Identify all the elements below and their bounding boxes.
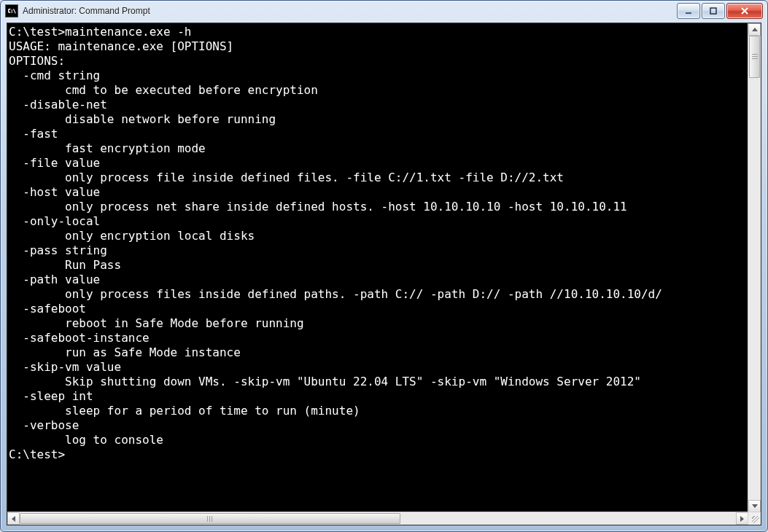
console-line: -only-local <box>9 214 761 229</box>
horizontal-scroll-thumb[interactable] <box>20 513 400 524</box>
console-line: -file value <box>9 156 761 171</box>
console-line: -verbose <box>9 418 761 433</box>
minimize-button[interactable] <box>677 3 700 19</box>
console-line: -skip-vm value <box>9 360 761 375</box>
console-line: -sleep int <box>9 389 761 404</box>
close-button[interactable] <box>726 3 763 19</box>
console-line: only process file inside defined files. … <box>9 171 761 185</box>
scroll-up-button[interactable] <box>748 23 761 36</box>
scroll-right-button[interactable] <box>736 512 748 525</box>
console-line: OPTIONS: <box>9 54 761 69</box>
scroll-left-button[interactable] <box>7 512 20 525</box>
console-output: C:\test>maintenance.exe -hUSAGE: mainten… <box>7 23 761 525</box>
svg-rect-1 <box>710 8 716 14</box>
scroll-down-button[interactable] <box>748 500 761 512</box>
console-line: Run Pass <box>9 258 761 273</box>
arrow-up-icon <box>752 28 758 31</box>
resize-grip-icon <box>752 516 759 523</box>
console-line: -pass string <box>9 243 761 258</box>
vertical-scroll-thumb[interactable] <box>749 36 760 78</box>
console-line: -fast <box>9 127 761 141</box>
console-line: sleep for a period of time to run (minut… <box>9 404 761 418</box>
console-viewport[interactable]: C:\test>maintenance.exe -hUSAGE: mainten… <box>7 23 761 525</box>
vertical-scrollbar[interactable] <box>748 23 761 512</box>
app-icon: C:\ <box>5 4 18 17</box>
maximize-button[interactable] <box>702 3 725 19</box>
console-line: only encryption local disks <box>9 229 761 243</box>
console-line: -safeboot-instance <box>9 331 761 345</box>
console-line: -safeboot <box>9 302 761 316</box>
console-line: only process files inside defined paths.… <box>9 287 761 302</box>
client-area: C:\test>maintenance.exe -hUSAGE: mainten… <box>7 23 761 525</box>
resize-grip[interactable] <box>748 512 761 525</box>
titlebar[interactable]: C:\ Administrator: Command Prompt <box>1 1 767 21</box>
vertical-scroll-track[interactable] <box>748 36 761 500</box>
console-line: only process net share inside defined ho… <box>9 200 761 214</box>
window-frame: C:\ Administrator: Command Prompt <box>0 0 768 532</box>
console-line: C:\test>maintenance.exe -h <box>9 25 761 39</box>
console-line: Skip shutting down VMs. -skip-vm "Ubuntu… <box>9 375 761 389</box>
arrow-right-icon <box>740 516 744 522</box>
console-line: disable network before running <box>9 112 761 127</box>
horizontal-scrollbar[interactable] <box>7 512 748 525</box>
console-line: cmd to be executed before encryption <box>9 83 761 98</box>
maximize-icon <box>709 7 718 15</box>
console-line: reboot in Safe Mode before running <box>9 316 761 331</box>
console-line: log to console <box>9 433 761 447</box>
minimize-icon <box>684 7 693 15</box>
console-line: -path value <box>9 273 761 287</box>
console-line: fast encryption mode <box>9 141 761 156</box>
console-line: -disable-net <box>9 98 761 112</box>
console-line: -cmd string <box>9 69 761 83</box>
window-buttons <box>677 3 763 19</box>
console-line: C:\test> <box>9 447 761 462</box>
arrow-left-icon <box>12 516 15 522</box>
console-line: run as Safe Mode instance <box>9 345 761 360</box>
thumb-grip-icon <box>752 54 758 60</box>
window-title: Administrator: Command Prompt <box>23 6 150 16</box>
close-icon <box>740 7 750 15</box>
console-line: -host value <box>9 185 761 200</box>
thumb-grip-icon <box>207 516 213 522</box>
console-line: USAGE: maintenance.exe [OPTIONS] <box>9 39 761 54</box>
arrow-down-icon <box>752 504 758 508</box>
horizontal-scroll-track[interactable] <box>20 512 736 525</box>
